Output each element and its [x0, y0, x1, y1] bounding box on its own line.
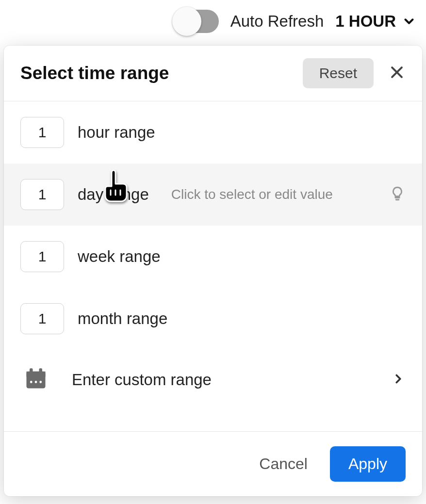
lightbulb-icon	[389, 185, 406, 204]
time-range-dialog: Select time range Reset hour range day r…	[4, 46, 422, 496]
range-label: month range	[78, 309, 167, 328]
range-label: hour range	[78, 123, 155, 142]
range-label: week range	[78, 247, 161, 266]
toggle-knob	[172, 7, 201, 36]
time-range-dropdown[interactable]: 1 HOUR	[335, 12, 416, 31]
svg-rect-3	[27, 372, 46, 377]
range-input-day[interactable]	[20, 179, 64, 210]
svg-point-6	[30, 381, 33, 383]
chevron-right-icon	[391, 372, 406, 388]
time-range-value: 1 HOUR	[335, 12, 396, 31]
svg-point-8	[39, 381, 42, 383]
custom-range-label: Enter custom range	[72, 371, 368, 389]
range-row-month[interactable]: month range	[4, 288, 422, 350]
svg-rect-4	[30, 368, 33, 374]
reset-button[interactable]: Reset	[303, 58, 374, 88]
range-row-week[interactable]: week range	[4, 226, 422, 288]
cancel-button[interactable]: Cancel	[250, 447, 316, 481]
range-hint-text: Click to select or edit value	[171, 187, 376, 202]
calendar-icon	[23, 366, 49, 393]
close-icon	[389, 64, 405, 82]
chevron-down-icon	[402, 14, 416, 29]
auto-refresh-toggle[interactable]	[174, 10, 219, 33]
range-row-hour[interactable]: hour range	[4, 101, 422, 163]
range-input-hour[interactable]	[20, 117, 64, 148]
range-input-week[interactable]	[20, 241, 64, 272]
svg-rect-5	[39, 368, 43, 374]
apply-button[interactable]: Apply	[330, 446, 406, 482]
close-button[interactable]	[386, 63, 408, 84]
range-input-month[interactable]	[20, 303, 64, 334]
svg-point-7	[35, 381, 37, 383]
range-label: day range	[78, 185, 149, 204]
dialog-title: Select time range	[20, 63, 303, 83]
custom-range-row[interactable]: Enter custom range	[4, 350, 422, 413]
range-row-day[interactable]: day range Click to select or edit value	[4, 163, 422, 226]
auto-refresh-label: Auto Refresh	[230, 12, 324, 31]
